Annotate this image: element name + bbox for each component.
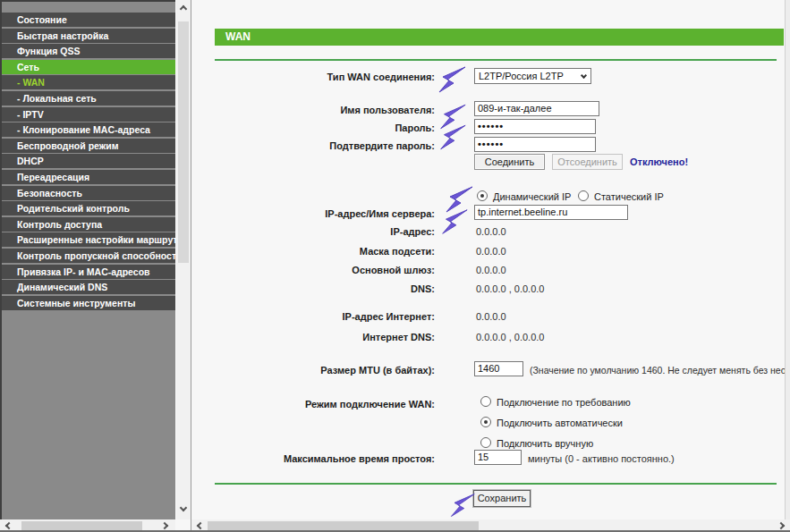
idle-time-label: Максимальное время простоя:: [206, 453, 435, 464]
router-admin-page: Состояние Быстрая настройка Функция QSS …: [0, 0, 790, 532]
dynamic-ip-label[interactable]: Динамический IP: [493, 191, 571, 202]
connect-manual-radio[interactable]: [480, 437, 491, 448]
confirm-password-input[interactable]: ••••••: [474, 137, 596, 152]
sidebar-item[interactable]: Расширенные настройки маршрутизации: [2, 232, 175, 247]
select-chevron-icon: [581, 72, 587, 79]
confirm-password-label: Подтвердите пароль:: [206, 140, 435, 151]
wan-type-label: Тип WAN соединения:: [206, 72, 435, 82]
sidebar-item-label: Контроль доступа: [17, 219, 102, 230]
sidebar-item[interactable]: Контроль пропускной способности: [2, 249, 175, 263]
static-ip-label[interactable]: Статический IP: [594, 191, 664, 202]
gateway-value: 0.0.0.0: [476, 265, 506, 275]
sidebar-item[interactable]: Сеть: [2, 60, 175, 74]
sidebar-item-label: - Локальная сеть: [17, 93, 97, 104]
sidebar-item-label: Родительский контроль: [17, 203, 130, 214]
chevron-left-icon: [5, 522, 13, 529]
server-input[interactable]: tp.internet.beeline.ru: [474, 205, 628, 220]
content-vertical-scrollbar[interactable]: [785, 0, 790, 519]
sidebar-item-label: Расширенные настройки маршрутизации: [17, 234, 175, 245]
chevron-right-icon: [161, 522, 168, 529]
sidebar-item[interactable]: DHCP: [2, 154, 175, 168]
idle-time-input[interactable]: 15: [474, 450, 522, 465]
username-input[interactable]: 089-и-так-далее: [474, 101, 599, 116]
mask-value: 0.0.0.0: [476, 246, 506, 257]
sidebar-item[interactable]: Динамический DNS: [2, 280, 175, 294]
gateway-label: Основной шлюз:: [206, 265, 435, 275]
sidebar-item[interactable]: Родительский контроль: [2, 201, 175, 215]
connect-button[interactable]: Соединить: [474, 154, 545, 170]
sidebar-item-label: Состояние: [17, 14, 67, 25]
sidebar-item-label: Динамический DNS: [17, 282, 107, 292]
idle-time-hint: минуты (0 - активно постоянно.): [528, 453, 675, 464]
sidebar-vscroll-thumb[interactable]: [178, 21, 189, 263]
sidebar-menu: Состояние Быстрая настройка Функция QSS …: [0, 0, 175, 519]
sidebar-item-label: Контроль пропускной способности: [17, 250, 175, 261]
sidebar-item-label: Безопасность: [17, 188, 82, 198]
sidebar-vertical-scrollbar[interactable]: [176, 0, 191, 519]
ip-label: IP-адрес:: [206, 226, 435, 237]
internet-dns-value: 0.0.0.0 , 0.0.0.0: [476, 332, 544, 342]
sidebar-item[interactable]: Привязка IP- и MAC-адресов: [2, 265, 175, 279]
sidebar-menu-list: Состояние Быстрая настройка Функция QSS …: [2, 2, 175, 310]
sidebar-item-label: Беспроводной режим: [17, 140, 118, 151]
chevron-up-icon: [180, 5, 187, 13]
sidebar-item-label: - IPTV: [17, 109, 44, 120]
static-ip-radio[interactable]: [578, 190, 589, 201]
connect-on-demand-radio[interactable]: [480, 396, 491, 407]
sidebar-item-label: Переадресация: [17, 172, 89, 182]
wan-mode-label: Режим подключение WAN:: [206, 399, 435, 410]
page-title: WAN: [215, 29, 784, 46]
save-button[interactable]: Сохранить: [473, 490, 531, 507]
bottom-separator: [215, 483, 777, 485]
password-label: Пароль:: [206, 122, 435, 133]
top-separator: [215, 59, 777, 61]
sidebar-item[interactable]: Безопасность: [2, 186, 175, 200]
chevron-right-icon: [777, 522, 785, 529]
sidebar-item-label: - WAN: [17, 77, 45, 88]
connect-manual-label[interactable]: Подключить вручную: [497, 438, 593, 449]
dns-label: DNS:: [206, 283, 435, 294]
scroll-down-button[interactable]: [176, 501, 191, 515]
sidebar-hscroll-thumb[interactable]: [21, 521, 142, 531]
chevron-down-icon: [180, 504, 187, 511]
sidebar-item-label: Быстрая настройка: [17, 30, 108, 41]
connect-on-demand-label[interactable]: Подключение по требованию: [497, 397, 631, 408]
sidebar-item[interactable]: Контроль доступа: [2, 217, 175, 232]
internet-dns-label: Интернет DNS:: [206, 332, 435, 342]
connect-auto-radio[interactable]: [480, 417, 491, 427]
sidebar-item[interactable]: - IPTV: [2, 107, 175, 122]
chevron-left-icon: [197, 522, 204, 529]
content-hscroll-thumb[interactable]: [208, 521, 479, 531]
radio-dot: [484, 420, 488, 424]
wan-settings-panel: WAN Тип WAN соединения: L2TP/Россия L2TP…: [191, 0, 784, 519]
sidebar-item[interactable]: Функция QSS: [2, 44, 175, 58]
wan-type-selected-value: L2TP/Россия L2TP: [479, 71, 564, 81]
mask-label: Маска подсети:: [206, 246, 435, 257]
mtu-hint: (Значение по умолчанию 1460. Не следует …: [530, 365, 790, 376]
password-input[interactable]: ••••••: [474, 119, 596, 134]
connection-status: Отключено!: [630, 156, 688, 167]
dns-value: 0.0.0.0 , 0.0.0.0: [476, 283, 544, 294]
ip-value: 0.0.0.0: [476, 226, 506, 237]
sidebar-item-label: DHCP: [17, 156, 44, 166]
internet-ip-label: IP-адрес Интернет:: [206, 311, 435, 322]
scroll-up-button[interactable]: [176, 2, 191, 16]
sidebar-item[interactable]: Быстрая настройка: [2, 29, 175, 43]
sidebar-item[interactable]: - WAN: [2, 75, 175, 89]
username-label: Имя пользователя:: [206, 105, 435, 115]
sidebar-item[interactable]: - Локальная сеть: [2, 91, 175, 106]
sidebar-item[interactable]: Системные инструменты: [2, 296, 175, 310]
disconnect-button[interactable]: Отсоединить: [552, 154, 623, 170]
sidebar-item-label: Функция QSS: [17, 46, 81, 56]
sidebar-item[interactable]: Переадресация: [2, 170, 175, 184]
sidebar-item[interactable]: Беспроводной режим: [2, 139, 175, 153]
sidebar-item-label: - Клонирование MAC-адреса: [17, 124, 150, 135]
server-label: IP-адрес/Имя сервера:: [206, 208, 435, 219]
mtu-input[interactable]: 1460: [474, 361, 523, 376]
connect-auto-label[interactable]: Подключить автоматически: [497, 418, 623, 428]
dynamic-ip-radio[interactable]: [477, 190, 488, 201]
sidebar-item[interactable]: Состояние: [2, 13, 175, 27]
wan-type-select[interactable]: L2TP/Россия L2TP: [474, 68, 591, 84]
sidebar-item-label: Привязка IP- и MAC-адресов: [17, 266, 150, 277]
sidebar-item[interactable]: - Клонирование MAC-адреса: [2, 122, 175, 137]
